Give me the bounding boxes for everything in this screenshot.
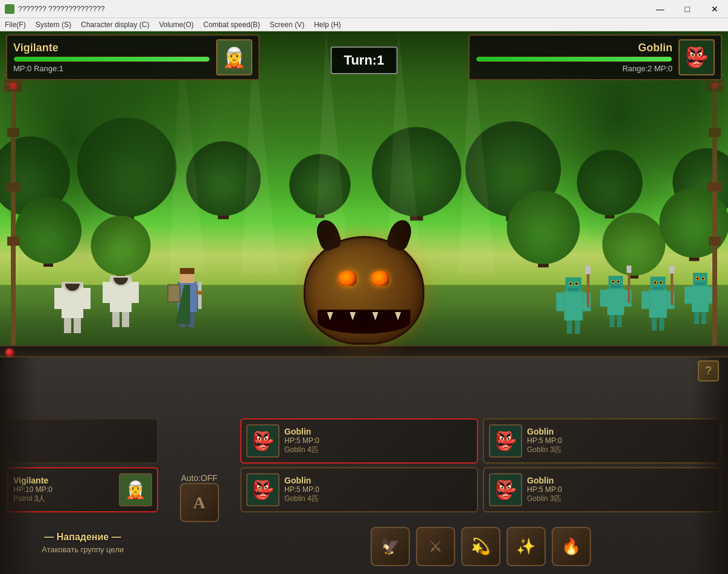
monster-face-inner xyxy=(304,236,424,345)
right-character-hud: 👺 Goblin Range:2 MP:0 xyxy=(468,34,722,80)
right-char-stats: Range:2 MP:0 xyxy=(476,64,672,73)
enemy-card-goblin4[interactable]: 👺 Goblin HP:5 MP:0 Goblin 3匹 xyxy=(483,467,721,512)
menu-volume[interactable]: Volume(O) xyxy=(154,19,198,30)
action-button-2[interactable]: ⚔ xyxy=(416,527,455,566)
left-wall-decoration xyxy=(0,345,36,574)
menu-combat-speed[interactable]: Combat speed(B) xyxy=(199,19,265,30)
enemy-card-goblin2[interactable]: 👺 Goblin HP:5 MP:0 Goblin 3匹 xyxy=(483,418,721,464)
action-button-5[interactable]: 🔥 xyxy=(552,527,591,566)
close-button[interactable]: ✕ xyxy=(701,0,728,18)
minimize-button[interactable]: — xyxy=(647,0,674,18)
menu-character-display[interactable]: Character display (C) xyxy=(76,19,154,30)
turn-text: Turn:1 xyxy=(344,53,385,68)
turn-indicator: Turn:1 xyxy=(331,46,398,74)
attack-info-row: — Нападение — Атаковать группу цели 🦅 ⚔ xyxy=(7,527,721,566)
gem-2 xyxy=(6,349,13,356)
title-text: ??????? ?????????????? xyxy=(18,5,104,13)
window-title-bar: ??????? ?????????????? — □ ✕ xyxy=(0,0,728,18)
game-area: ⋮⋮ ⋮⋮ Vigilante MP:0 Range:1 🧝 Turn:1 👺 xyxy=(0,31,728,574)
window-title: ??????? ?????????????? xyxy=(0,4,104,14)
goblin4-portrait: 👺 xyxy=(489,473,522,506)
goblin2-stats: HP:5 MP:0 xyxy=(527,436,715,445)
bottom-ui-area: ? 👺 xyxy=(0,351,728,574)
goblin3-stats: HP:5 MP:0 xyxy=(284,485,472,494)
center-section-row2: Auto:OFF A xyxy=(163,467,235,522)
auto-button[interactable]: A xyxy=(180,483,219,522)
vigilante-portrait: 🧝 xyxy=(119,473,152,506)
right-section-row2: 👺 Goblin HP:5 MP:0 Goblin 4匹 👺 xyxy=(240,467,721,512)
goblin3-portrait: 👺 xyxy=(246,473,279,506)
goblin1-stats: HP:5 MP:0 xyxy=(284,436,472,445)
tooth-1 xyxy=(327,312,333,320)
goblin4-label: Goblin 3匹 xyxy=(527,494,715,504)
panel-row-2: Vigilante HP:10 MP:0 Patrol 3人 🧝 Auto:OF… xyxy=(7,467,721,522)
left-char-info: Vigilante MP:0 Range:1 xyxy=(13,42,210,73)
monster-eye-left xyxy=(339,271,357,286)
left-hp-bar-container xyxy=(13,56,210,62)
help-button[interactable]: ? xyxy=(698,360,719,381)
goblin2-name: Goblin xyxy=(527,427,715,436)
enemy-card-goblin1[interactable]: 👺 Goblin HP:5 MP:0 Goblin 4匹 xyxy=(240,418,478,464)
menu-help[interactable]: Help (H) xyxy=(309,19,346,30)
left-character-hud: Vigilante MP:0 Range:1 🧝 xyxy=(6,34,260,80)
left-char-portrait: 🧝 xyxy=(216,39,252,75)
tooth-3 xyxy=(372,312,378,320)
menu-bar: File(F) System (S) Character display (C)… xyxy=(0,18,728,31)
goblin3-name: Goblin xyxy=(284,476,472,485)
menu-screen[interactable]: Screen (V) xyxy=(265,19,309,30)
left-hp-bar xyxy=(14,57,209,62)
panel-row-1: 👺 Goblin HP:5 MP:0 Goblin 4匹 👺 xyxy=(7,418,721,464)
right-section-row1: 👺 Goblin HP:5 MP:0 Goblin 4匹 👺 xyxy=(240,418,721,464)
goblin2-info: Goblin HP:5 MP:0 Goblin 3匹 xyxy=(527,427,715,455)
goblin1-label: Goblin 4匹 xyxy=(284,445,472,455)
tooth-4 xyxy=(395,312,401,320)
action-button-1[interactable]: 🦅 xyxy=(371,527,410,566)
goblin4-info: Goblin HP:5 MP:0 Goblin 3匹 xyxy=(527,476,715,504)
maximize-button[interactable]: □ xyxy=(674,0,701,18)
goblin3-label: Goblin 4匹 xyxy=(284,494,472,504)
center-section-row1 xyxy=(163,418,235,424)
panels-area: 👺 Goblin HP:5 MP:0 Goblin 4匹 👺 xyxy=(0,413,728,571)
goblin4-stats: HP:5 MP:0 xyxy=(527,485,715,494)
goblin3-info: Goblin HP:5 MP:0 Goblin 4匹 xyxy=(284,476,472,504)
monster-teeth xyxy=(319,312,409,320)
goblin4-name: Goblin xyxy=(527,476,715,485)
top-hud: Vigilante MP:0 Range:1 🧝 Turn:1 👺 Goblin xyxy=(0,34,728,80)
right-char-portrait: 👺 xyxy=(679,39,715,75)
action-button-4[interactable]: ✨ xyxy=(506,527,546,566)
right-hp-bar xyxy=(476,57,672,62)
goblin1-name: Goblin xyxy=(284,427,472,436)
action-button-3[interactable]: 💫 xyxy=(461,527,500,566)
right-char-name: Goblin xyxy=(476,42,672,54)
monster-mouth xyxy=(318,310,410,334)
tooth-2 xyxy=(350,312,356,320)
action-buttons-container: 🦅 ⚔ 💫 ✨ 🔥 xyxy=(240,527,721,566)
window-controls: — □ ✕ xyxy=(647,0,728,18)
monster-eye-right xyxy=(371,271,389,286)
auto-label: Auto:OFF xyxy=(181,473,218,483)
left-char-stats: MP:0 Range:1 xyxy=(13,64,210,73)
goblin1-portrait: 👺 xyxy=(246,424,279,458)
left-char-name: Vigilante xyxy=(13,42,210,54)
right-char-info: Goblin Range:2 MP:0 xyxy=(476,42,672,73)
enemy-card-goblin3[interactable]: 👺 Goblin HP:5 MP:0 Goblin 4匹 xyxy=(240,467,478,512)
goblin1-info: Goblin HP:5 MP:0 Goblin 4匹 xyxy=(284,427,472,455)
app-icon xyxy=(5,4,14,14)
menu-system[interactable]: System (S) xyxy=(31,19,76,30)
right-hp-bar-container xyxy=(476,56,672,62)
monster-face xyxy=(298,224,430,357)
goblin2-portrait: 👺 xyxy=(489,424,522,458)
menu-file[interactable]: File(F) xyxy=(0,19,31,30)
goblin2-label: Goblin 3匹 xyxy=(527,445,715,455)
